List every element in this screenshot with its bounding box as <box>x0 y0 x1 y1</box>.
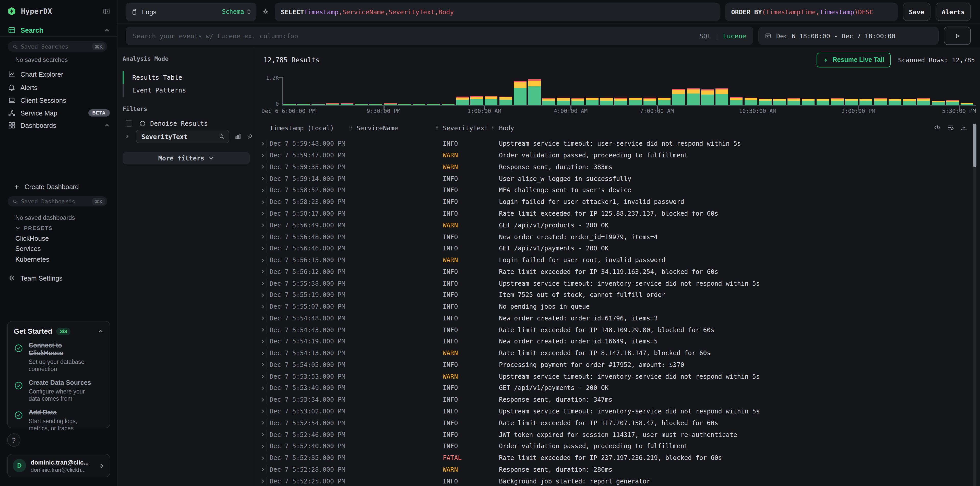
mode-sql[interactable]: SQL <box>699 32 711 40</box>
row-expand-icon[interactable] <box>255 382 270 394</box>
row-expand-icon[interactable] <box>255 301 270 312</box>
scrollbar-track[interactable] <box>973 123 977 486</box>
row-expand-icon[interactable] <box>255 277 270 289</box>
histogram-bar[interactable] <box>586 97 598 105</box>
user-menu[interactable]: D dominic.tran@clic... dominic.tran@clic… <box>7 454 110 477</box>
histogram-bar[interactable] <box>687 89 699 105</box>
log-row[interactable]: Dec 7 5:56:49.000 PMWARNGET /api/v1/prod… <box>255 220 970 231</box>
row-expand-icon[interactable] <box>255 359 270 371</box>
saved-dashboards-field[interactable] <box>21 198 93 205</box>
event-search-field[interactable] <box>133 32 699 40</box>
log-row[interactable]: Dec 7 5:52:35.000 PMFATALRate limit exce… <box>255 452 970 464</box>
histogram-bar[interactable] <box>557 97 570 105</box>
log-row[interactable]: Dec 7 5:54:48.000 PMINFONew order create… <box>255 312 970 324</box>
histogram-bar[interactable] <box>730 97 743 105</box>
histogram-bar[interactable] <box>470 96 483 105</box>
histogram-bar[interactable] <box>499 97 512 105</box>
log-row[interactable]: Dec 7 5:58:23.000 PMINFOLogin failed for… <box>255 196 970 208</box>
events-histogram[interactable]: 1.2K 0 Dec 6 6:00:00 PM9:30:00 PM1:00:00… <box>255 48 980 115</box>
histogram-bar[interactable] <box>860 99 872 105</box>
drag-handle-icon[interactable]: ⠿ <box>435 125 439 131</box>
histogram-bar[interactable] <box>485 96 498 105</box>
histogram-bar[interactable] <box>384 104 396 105</box>
column-servicename[interactable]: ⠿ServiceName <box>356 125 443 133</box>
order-by-input[interactable]: ORDER BY (TimestampTime, Timestamp) DESC <box>725 3 897 21</box>
row-expand-icon[interactable] <box>255 336 270 347</box>
saved-searches-input[interactable]: ⌘K <box>8 41 107 52</box>
log-row[interactable]: Dec 7 5:56:15.000 PMWARNLogin failed for… <box>255 254 970 266</box>
histogram-bar[interactable] <box>961 102 974 105</box>
row-expand-icon[interactable] <box>255 220 270 231</box>
row-expand-icon[interactable] <box>255 150 270 161</box>
histogram-bar[interactable] <box>571 98 584 105</box>
row-expand-icon[interactable] <box>255 208 270 220</box>
column-severitytext[interactable]: ⠿SeverityText <box>443 125 499 133</box>
row-expand-icon[interactable] <box>255 254 270 266</box>
row-expand-icon[interactable] <box>255 347 270 359</box>
histogram-bar[interactable] <box>716 88 728 105</box>
histogram-bar[interactable] <box>629 97 642 105</box>
log-row[interactable]: Dec 7 5:55:38.000 PMINFOUpstream service… <box>255 277 970 289</box>
histogram-bar[interactable] <box>441 104 454 105</box>
preset-clickhouse-link[interactable]: ClickHouse <box>15 234 49 242</box>
histogram-bar[interactable] <box>398 104 411 105</box>
histogram-bar[interactable] <box>788 98 800 105</box>
histogram-bar[interactable] <box>845 98 858 105</box>
analysis-mode-results-table[interactable]: Results Table <box>123 71 245 84</box>
row-expand-icon[interactable] <box>255 406 270 417</box>
log-row[interactable]: Dec 7 5:59:14.000 PMINFOUser alice_w log… <box>255 173 970 185</box>
histogram-bar[interactable] <box>413 104 425 105</box>
row-expand-icon[interactable] <box>255 452 270 464</box>
histogram-bar[interactable] <box>514 81 527 105</box>
log-row[interactable]: Dec 7 5:53:02.000 PMINFOUpstream service… <box>255 406 970 417</box>
row-expand-icon[interactable] <box>255 231 270 243</box>
histogram-bar[interactable] <box>600 97 613 105</box>
source-settings-gear-icon[interactable] <box>261 8 270 16</box>
help-button[interactable]: ? <box>7 433 21 447</box>
sidebar-item-service-map[interactable]: Service Map BETA <box>0 107 118 119</box>
sidebar-item-client-sessions[interactable]: Client Sessions <box>0 94 118 106</box>
row-expand-icon[interactable] <box>255 185 270 196</box>
sidebar-item-search[interactable]: Search <box>0 24 118 36</box>
row-expand-icon[interactable] <box>255 289 270 301</box>
drag-handle-icon[interactable]: ⠿ <box>349 125 353 131</box>
log-row[interactable]: Dec 7 5:52:46.000 PMINFOJWT token expire… <box>255 429 970 440</box>
histogram-bar[interactable] <box>874 98 887 105</box>
log-row[interactable]: Dec 7 5:53:49.000 PMINFOGET /api/v1/paym… <box>255 382 970 394</box>
log-row[interactable]: Dec 7 5:56:12.000 PMINFORate limit excee… <box>255 266 970 278</box>
mode-lucene[interactable]: Lucene <box>723 32 746 40</box>
sidebar-item-alerts[interactable]: Alerts <box>0 82 118 93</box>
histogram-bar[interactable] <box>701 89 714 105</box>
log-row[interactable]: Dec 7 5:53:34.000 PMINFOResponse sent, d… <box>255 394 970 406</box>
get-started-step[interactable]: Connect to ClickHouse Set up your databa… <box>14 342 104 373</box>
log-row[interactable]: Dec 7 5:53:53.000 PMWARNUpstream service… <box>255 371 970 382</box>
log-row[interactable]: Dec 7 5:54:19.000 PMINFONew order create… <box>255 336 970 347</box>
get-started-step[interactable]: Create Data Sources Configure where your… <box>14 379 104 402</box>
histogram-bar[interactable] <box>831 98 844 105</box>
sidebar-item-team-settings[interactable]: Team Settings <box>0 272 118 284</box>
log-row[interactable]: Dec 7 5:52:40.000 PMINFOOrder validation… <box>255 440 970 452</box>
row-expand-icon[interactable] <box>255 173 270 185</box>
histogram-bar[interactable] <box>528 79 541 105</box>
row-expand-icon[interactable] <box>255 312 270 324</box>
alerts-button[interactable]: Alerts <box>935 3 971 21</box>
log-row[interactable]: Dec 7 5:54:43.000 PMINFORate limit excee… <box>255 324 970 336</box>
chevron-up-icon[interactable] <box>104 27 110 33</box>
get-started-step[interactable]: Add Data Start sending logs, metrics, or… <box>14 409 104 432</box>
row-expand-icon[interactable] <box>255 464 270 475</box>
log-row[interactable]: Dec 7 5:56:46.000 PMINFOGET /api/v1/paym… <box>255 243 970 255</box>
histogram-plot[interactable] <box>283 78 974 105</box>
facet-chart-icon[interactable] <box>234 133 242 140</box>
preset-services-link[interactable]: Services <box>15 245 41 252</box>
log-row[interactable]: Dec 7 5:59:47.000 PMWARNOrder validation… <box>255 150 970 161</box>
column-timestamp[interactable]: Timestamp (Local) <box>270 125 356 133</box>
log-row[interactable]: Dec 7 5:58:52.000 PMINFOMFA challenge se… <box>255 185 970 196</box>
get-started-header[interactable]: Get Started 3/3 <box>14 327 104 335</box>
histogram-bar[interactable] <box>932 101 945 105</box>
row-expand-icon[interactable] <box>255 243 270 255</box>
histogram-bar[interactable] <box>816 99 829 105</box>
histogram-bar[interactable] <box>759 99 772 105</box>
log-row[interactable]: Dec 7 5:55:07.000 PMINFONo pending jobs … <box>255 301 970 312</box>
log-row[interactable]: Dec 7 5:52:54.000 PMINFORate limit excee… <box>255 417 970 429</box>
row-expand-icon[interactable] <box>255 196 270 208</box>
